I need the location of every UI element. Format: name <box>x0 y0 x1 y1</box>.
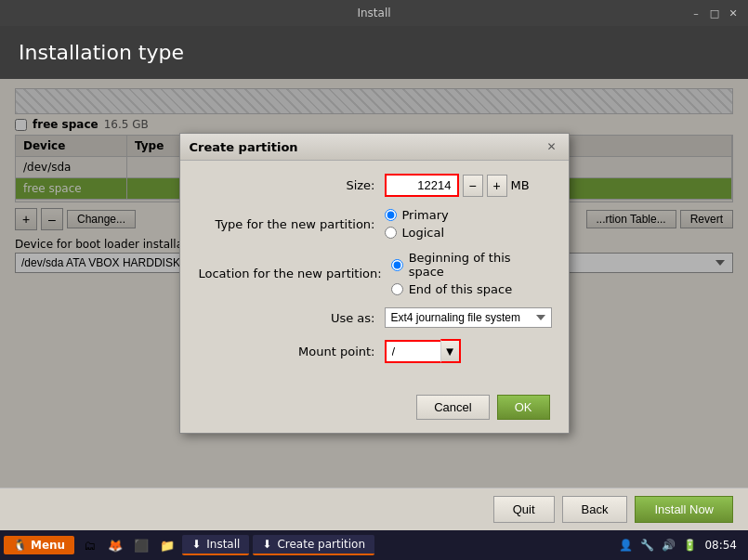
menu-icon: 🐧 <box>13 539 27 552</box>
taskbar-files-icon[interactable]: 🗂 <box>78 534 100 556</box>
content-area: free space 16.5 GB Device Type Mount /de… <box>0 79 748 488</box>
dialog-body: Size: − + MB Type for the new par <box>180 161 569 387</box>
taskbar-folder-icon[interactable]: 📁 <box>156 534 178 556</box>
logical-option[interactable]: Logical <box>385 226 550 240</box>
menu-label: Menu <box>31 539 65 552</box>
size-increase-button[interactable]: + <box>487 175 507 197</box>
cancel-button[interactable]: Cancel <box>416 395 489 420</box>
partition-type-group: Primary Logical <box>385 208 550 240</box>
partition-type-row: Type for the new partition: Primary Logi… <box>199 208 550 240</box>
dialog-title: Create partition <box>190 140 298 154</box>
primary-label: Primary <box>402 208 449 222</box>
quit-button[interactable]: Quit <box>493 496 555 523</box>
page-title: Installation type <box>19 41 729 64</box>
use-as-select[interactable]: Ext4 journaling file system <box>385 307 552 328</box>
primary-radio[interactable] <box>385 209 397 221</box>
maximize-button[interactable]: □ <box>707 6 722 20</box>
taskbar-terminal-icon[interactable]: ⬛ <box>130 534 152 556</box>
title-bar-controls: – □ ✕ <box>689 6 741 20</box>
partition-location-row: Location for the new partition: Beginnin… <box>199 251 550 296</box>
back-button[interactable]: Back <box>562 496 628 523</box>
logical-radio[interactable] <box>385 227 397 239</box>
mount-point-label: Mount point: <box>199 345 385 358</box>
partition-location-control: Beginning of this space End of this spac… <box>391 251 550 296</box>
close-button[interactable]: ✕ <box>726 6 741 20</box>
wrench-icon: 🔧 <box>640 539 654 552</box>
end-option[interactable]: End of this space <box>391 282 550 296</box>
end-label: End of this space <box>409 282 513 296</box>
partition-location-group: Beginning of this space End of this spac… <box>391 251 550 296</box>
install-now-button[interactable]: Install Now <box>635 496 733 523</box>
ok-button[interactable]: OK <box>497 395 550 420</box>
window-footer: Quit Back Install Now <box>0 488 748 530</box>
partition-location-label: Location for the new partition: <box>199 267 391 280</box>
taskbar: 🐧 Menu 🗂 🦊 ⬛ 📁 ⬇ Install ⬇ Create partit… <box>0 530 748 560</box>
create-partition-icon: ⬇ <box>262 538 271 551</box>
size-input[interactable] <box>385 174 459 197</box>
mount-input[interactable] <box>385 340 440 363</box>
primary-option[interactable]: Primary <box>385 208 550 222</box>
taskbar-install-app[interactable]: ⬇ Install <box>182 535 249 555</box>
dialog-close-button[interactable]: ✕ <box>545 139 559 154</box>
create-partition-dialog: Create partition ✕ Size: − + MB <box>179 133 570 434</box>
size-row: Size: − + MB <box>199 174 550 197</box>
mount-point-control: ▼ <box>385 339 550 363</box>
size-unit: MB <box>511 178 530 192</box>
beginning-label: Beginning of this space <box>409 251 550 279</box>
dialog-overlay: Create partition ✕ Size: − + MB <box>0 79 748 488</box>
beginning-radio[interactable] <box>391 259 403 271</box>
partition-type-label: Type for the new partition: <box>199 217 385 231</box>
mount-point-row: Mount point: ▼ <box>199 339 550 363</box>
dialog-titlebar: Create partition ✕ <box>180 134 569 161</box>
use-as-row: Use as: Ext4 journaling file system <box>199 307 550 328</box>
size-decrease-button[interactable]: − <box>463 175 483 197</box>
taskbar-menu-button[interactable]: 🐧 Menu <box>4 536 74 554</box>
taskbar-create-partition-app[interactable]: ⬇ Create partition <box>253 535 374 555</box>
size-label: Size: <box>199 178 385 192</box>
create-partition-label: Create partition <box>277 538 365 551</box>
minimize-button[interactable]: – <box>689 6 703 20</box>
use-as-control: Ext4 journaling file system <box>385 307 552 328</box>
taskbar-right: 👤 🔧 🔊 🔋 08:54 <box>619 539 744 552</box>
dialog-footer: Cancel OK <box>180 387 569 433</box>
taskbar-firefox-icon[interactable]: 🦊 <box>104 534 126 556</box>
battery-icon: 🔋 <box>683 539 697 552</box>
title-bar-text: Install <box>357 7 390 20</box>
main-window: Install – □ ✕ Installation type free spa… <box>0 0 748 530</box>
install-app-icon: ⬇ <box>191 538 201 551</box>
install-app-label: Install <box>206 538 240 551</box>
taskbar-time: 08:54 <box>704 539 737 552</box>
end-radio[interactable] <box>391 283 403 295</box>
use-as-label: Use as: <box>199 311 385 325</box>
size-control: − + MB <box>385 174 550 197</box>
user-icon: 👤 <box>619 539 633 552</box>
speaker-icon: 🔊 <box>662 539 676 552</box>
window-header: Installation type <box>0 26 748 79</box>
size-input-group: − + MB <box>385 174 550 197</box>
beginning-option[interactable]: Beginning of this space <box>391 251 550 279</box>
mount-dropdown-button[interactable]: ▼ <box>440 339 461 363</box>
mount-input-group: ▼ <box>385 339 550 363</box>
title-bar: Install – □ ✕ <box>0 0 748 26</box>
logical-label: Logical <box>402 226 445 240</box>
partition-type-control: Primary Logical <box>385 208 550 240</box>
